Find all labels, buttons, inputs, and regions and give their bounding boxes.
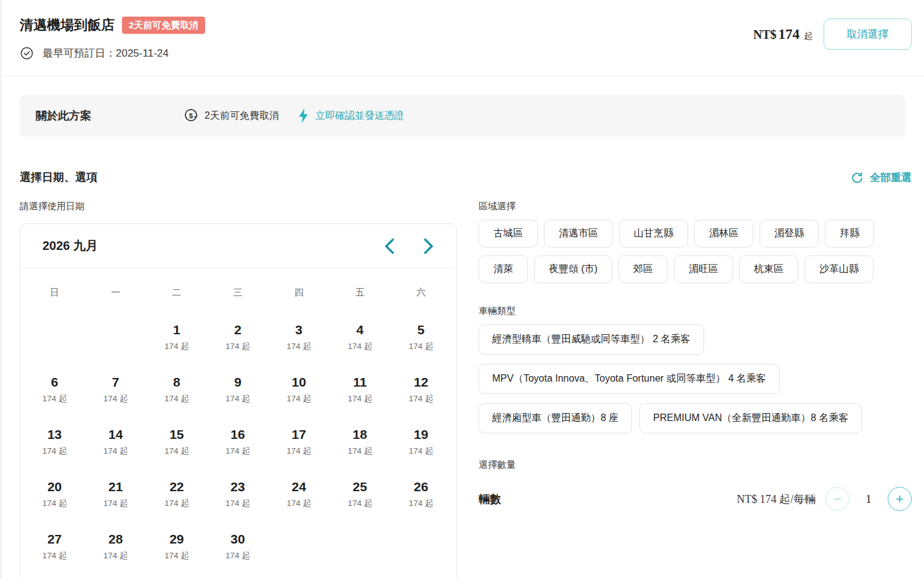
quantity-row-label: 輛數 xyxy=(479,492,501,507)
region-chip[interactable]: 拜縣 xyxy=(825,220,874,247)
region-chip[interactable]: 杭東區 xyxy=(739,255,798,283)
calendar-next-button[interactable] xyxy=(422,237,436,255)
quantity-stepper: NT$ 174 起/每輛 − 1 + xyxy=(737,487,912,511)
calendar-weekday: 一 xyxy=(85,287,146,315)
calendar-day-price: 174 起 xyxy=(286,393,311,404)
feature-instant-confirm-link[interactable]: 立即確認並發送憑證 xyxy=(315,110,404,122)
header-divider xyxy=(1,76,924,76)
calendar-day-number: 21 xyxy=(108,479,123,495)
calendar-day[interactable]: 27174 起 xyxy=(24,524,85,576)
refresh-icon xyxy=(851,171,864,184)
vehicle-chip[interactable]: 經濟廂型車（豐田通勤）8 座 xyxy=(479,403,632,433)
calendar-prev-button[interactable] xyxy=(383,237,396,255)
region-chip[interactable]: 湄林區 xyxy=(694,220,753,247)
calendar-day[interactable]: 15174 起 xyxy=(146,419,207,472)
vehicle-chip[interactable]: 經濟型轎車（豐田威馳或同等車型） 2 名乘客 xyxy=(479,324,704,355)
region-chip[interactable]: 古城區 xyxy=(479,220,538,247)
price-currency: NT$ xyxy=(753,28,777,42)
price-value: 174 xyxy=(779,26,800,42)
calendar-day[interactable]: 25174 起 xyxy=(330,472,391,524)
calendar-day[interactable]: 7174 起 xyxy=(85,367,146,419)
calendar-day-number: 22 xyxy=(169,479,184,495)
calendar-day[interactable]: 4174 起 xyxy=(330,315,391,367)
calendar-day[interactable]: 17174 起 xyxy=(269,419,330,472)
calendar-day-number: 23 xyxy=(230,479,245,495)
calendar-blank-cell xyxy=(85,315,146,367)
calendar-day[interactable]: 8174 起 xyxy=(146,367,207,419)
calendar-day[interactable]: 28174 起 xyxy=(85,524,146,576)
region-chip[interactable]: 湄登縣 xyxy=(760,220,819,247)
calendar-day-number: 7 xyxy=(112,374,120,390)
calendar-day-number: 19 xyxy=(414,427,428,443)
lightning-icon xyxy=(298,108,309,123)
calendar-day[interactable]: 24174 起 xyxy=(269,472,330,524)
calendar-day[interactable]: 18174 起 xyxy=(330,419,391,472)
quantity-value: 1 xyxy=(849,492,888,506)
calendar-day[interactable]: 3174 起 xyxy=(269,315,330,367)
calendar-day-number: 11 xyxy=(353,374,367,390)
calendar-day[interactable]: 12174 起 xyxy=(391,367,452,419)
quantity-row: 輛數 NT$ 174 起/每輛 − 1 + xyxy=(479,487,912,511)
region-label: 區域選擇 xyxy=(479,201,912,212)
svg-text:$: $ xyxy=(189,112,193,119)
feature-free-cancel: $ 2天前可免費取消 xyxy=(184,108,279,123)
vehicle-chip[interactable]: PREMIUM VAN（全新豐田通勤車）8 名乘客 xyxy=(639,403,862,433)
calendar-day[interactable]: 20174 起 xyxy=(24,472,85,524)
region-chip[interactable]: 湄旺區 xyxy=(674,255,733,283)
calendar-day-number: 20 xyxy=(47,479,62,495)
calendar-day[interactable]: 21174 起 xyxy=(85,472,146,524)
vehicle-chip[interactable]: MPV（Toyota Innova、Toyota Fortuner 或同等車型）… xyxy=(479,364,780,394)
calendar-day[interactable]: 26174 起 xyxy=(391,472,452,524)
calendar-day-price: 174 起 xyxy=(164,446,189,457)
calendar-day[interactable]: 14174 起 xyxy=(85,419,146,472)
calendar-day[interactable]: 11174 起 xyxy=(330,367,391,419)
calendar-day-price: 174 起 xyxy=(43,550,67,561)
reset-all-button[interactable]: 全部重選 xyxy=(851,171,912,185)
calendar-weekday: 日 xyxy=(24,287,85,315)
region-chip[interactable]: 夜豐頌 (市) xyxy=(534,255,612,283)
calendar-weekday: 四 xyxy=(269,287,330,315)
calendar-day-price: 174 起 xyxy=(164,393,189,404)
vehicle-chips: 經濟型轎車（豐田威馳或同等車型） 2 名乘客MPV（Toyota Innova、… xyxy=(479,324,912,433)
region-chip[interactable]: 清邁市區 xyxy=(544,220,613,247)
calendar-day[interactable]: 6174 起 xyxy=(24,367,85,419)
calendar-day-price: 174 起 xyxy=(225,341,250,352)
calendar-day-number: 13 xyxy=(47,427,62,443)
calendar-day[interactable]: 22174 起 xyxy=(146,472,207,524)
calendar-day[interactable]: 1174 起 xyxy=(146,315,207,367)
region-chip[interactable]: 郊區 xyxy=(618,255,668,283)
calendar-day[interactable]: 13174 起 xyxy=(24,419,85,472)
calendar-day[interactable]: 2174 起 xyxy=(207,315,268,367)
quantity-label: 選擇數量 xyxy=(479,459,912,471)
calendar-day[interactable]: 16174 起 xyxy=(207,419,268,472)
calendar-day[interactable]: 9174 起 xyxy=(207,367,268,419)
calendar-day-number: 27 xyxy=(47,531,62,547)
check-circle-icon xyxy=(20,46,34,60)
region-chip[interactable]: 沙革山縣 xyxy=(804,255,873,283)
calendar-header: 2026 九月 xyxy=(20,224,456,268)
about-plan-title: 關於此方案 xyxy=(36,108,91,123)
feature-instant-confirm: 立即確認並發送憑證 xyxy=(298,108,404,123)
calendar-day-price: 174 起 xyxy=(347,393,372,404)
quantity-plus-button[interactable]: + xyxy=(888,487,912,511)
calendar-day-number: 6 xyxy=(51,374,59,390)
calendar-day-price: 174 起 xyxy=(347,446,372,457)
calendar-day[interactable]: 19174 起 xyxy=(391,419,452,472)
region-chip[interactable]: 山甘烹縣 xyxy=(619,220,688,247)
calendar-day[interactable]: 10174 起 xyxy=(269,367,330,419)
calendar-day-number: 4 xyxy=(356,322,363,338)
calendar-day-price: 174 起 xyxy=(225,550,250,561)
calendar-day[interactable]: 30174 起 xyxy=(207,524,268,576)
calendar-day[interactable]: 23174 起 xyxy=(207,472,268,524)
calendar-day[interactable]: 29174 起 xyxy=(146,524,207,576)
calendar-day-number: 14 xyxy=(108,427,123,443)
calendar-blank-cell xyxy=(24,315,85,367)
region-chip[interactable]: 清萊 xyxy=(479,255,528,283)
about-plan-bar: 關於此方案 $ 2天前可免費取消 立即確認並發送憑證 xyxy=(20,95,906,137)
page-title: 清邁機場到飯店 xyxy=(20,16,115,34)
calendar-day-number: 2 xyxy=(234,322,241,338)
calendar-day-price: 174 起 xyxy=(43,446,67,457)
cancel-selection-button[interactable]: 取消選擇 xyxy=(824,18,912,50)
quantity-minus-button[interactable]: − xyxy=(825,487,849,511)
calendar-day[interactable]: 5174 起 xyxy=(391,315,452,367)
